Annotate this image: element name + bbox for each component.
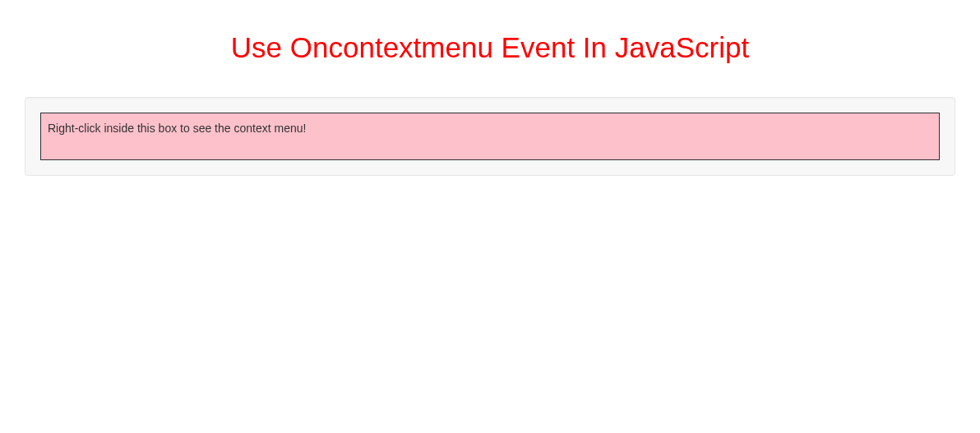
demo-well: Right-click inside this box to see the c… (25, 97, 955, 176)
context-menu-demo-box[interactable]: Right-click inside this box to see the c… (40, 113, 940, 160)
page-title: Use Oncontextmenu Event In JavaScript (0, 0, 980, 81)
demo-instruction: Right-click inside this box to see the c… (48, 122, 306, 135)
